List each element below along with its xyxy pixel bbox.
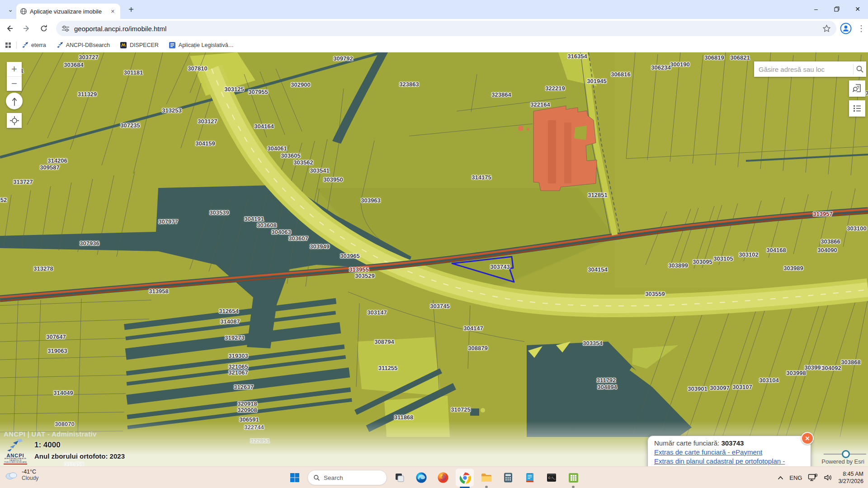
- popup-close-button[interactable]: ✕: [801, 432, 814, 445]
- tab-search-chevron-icon[interactable]: ⌄: [5, 4, 16, 16]
- parcel-label: 322164: [530, 101, 550, 108]
- parcel-label: 303125: [224, 86, 244, 93]
- bookmark-eterra[interactable]: eterra: [21, 42, 46, 49]
- file-explorer-app-icon[interactable]: [477, 469, 495, 487]
- system-tray: ENG 8:45 AM 3/27/2026: [778, 467, 863, 488]
- map-search-button[interactable]: [854, 61, 866, 77]
- site-info-icon[interactable]: [61, 25, 70, 32]
- tab-close-icon[interactable]: ✕: [109, 9, 117, 14]
- window-restore-button[interactable]: [826, 0, 847, 18]
- apps-grid-icon[interactable]: [5, 42, 12, 49]
- identify-parcel-button[interactable]: [849, 80, 865, 97]
- parcel-label: 303868: [841, 359, 860, 366]
- search-icon: [856, 65, 864, 73]
- firefox-app-icon[interactable]: [434, 469, 452, 487]
- start-button[interactable]: [286, 469, 304, 487]
- parcel-label: 303104: [759, 377, 778, 384]
- parcel-label: 301945: [587, 78, 606, 84]
- map-scale: 1: 4000: [34, 441, 125, 450]
- parcel-label: 303743: [490, 263, 509, 270]
- reload-button[interactable]: [36, 21, 52, 36]
- parcel-label: 303949: [310, 243, 329, 250]
- forward-button[interactable]: [19, 21, 34, 36]
- tray-chevron-icon[interactable]: [778, 476, 783, 480]
- map-viewport[interactable]: 3097923163543068193068213037273036843078…: [0, 52, 868, 466]
- popup-title: Număr carte funciară: 303743: [654, 439, 804, 447]
- new-tab-button[interactable]: +: [125, 4, 137, 16]
- parcel-label: 303608: [257, 222, 276, 229]
- bookmark-label[interactable]: Aplicație Legislativă…: [179, 42, 234, 48]
- more-menu-icon[interactable]: ⋮: [857, 23, 865, 33]
- edge-app-icon[interactable]: [412, 469, 430, 487]
- parcel-label: 316354: [567, 53, 587, 60]
- cloud-icon: [5, 470, 18, 480]
- tray-date: 3/27/2026: [838, 478, 863, 485]
- dispecer-icon: [120, 42, 127, 49]
- ancpi-logo-subtext: AGENȚIA NAȚIONALĂ DE CADASTRU ȘI PUBLICI…: [4, 458, 27, 463]
- volume-icon[interactable]: [824, 474, 832, 481]
- terminal-app-icon[interactable]: C:\_: [542, 469, 561, 487]
- zoom-out-button[interactable]: −: [7, 76, 22, 91]
- window-minimize-button[interactable]: –: [806, 0, 826, 18]
- parcel-label: 307647: [46, 333, 66, 340]
- parcel-label: 308794: [374, 338, 394, 345]
- folder-icon: [481, 472, 492, 483]
- crosshair-icon: [10, 116, 19, 125]
- zoom-in-button[interactable]: +: [7, 62, 22, 76]
- notepad-app-icon[interactable]: [521, 469, 539, 487]
- bookmarks-divider: [16, 42, 17, 49]
- bookmark-label[interactable]: eterra: [31, 42, 46, 48]
- map-search-input[interactable]: [754, 66, 853, 73]
- task-view-button[interactable]: [391, 469, 409, 487]
- language-indicator[interactable]: ENG: [789, 474, 802, 481]
- bookmark-aplicatie-legislativa[interactable]: Aplicație Legislativă…: [169, 42, 234, 49]
- parcel-label-layer: 3097923163543068193068213037273036843078…: [0, 52, 868, 466]
- bookmark-dispecer[interactable]: DISPECER: [120, 42, 159, 49]
- parcel-label: 304168: [766, 247, 786, 253]
- notepad-icon: [524, 472, 535, 483]
- globe-favicon-icon: [20, 8, 27, 15]
- url-text[interactable]: geoportal.ancpi.ro/imobile.html: [74, 25, 822, 33]
- zoom-slider[interactable]: [824, 454, 866, 455]
- parcel-label: 319273: [225, 334, 244, 341]
- network-icon[interactable]: [808, 474, 818, 482]
- chrome-app-icon[interactable]: [456, 469, 474, 487]
- bookmark-ancpi-dbsearch[interactable]: ANCPI-DBsearch: [56, 42, 110, 49]
- taskbar-search[interactable]: Search: [307, 470, 387, 485]
- zoom-slider-handle[interactable]: [842, 450, 850, 458]
- calculator-app-icon[interactable]: [499, 469, 517, 487]
- compass-button[interactable]: [6, 93, 23, 109]
- extras-plan-cadastral-link[interactable]: Extras din planul cadastral pe ortofotop…: [654, 457, 804, 466]
- parcel-label: 307977: [158, 218, 178, 225]
- bookmark-label[interactable]: DISPECER: [130, 42, 159, 48]
- libreoffice-calc-app-icon[interactable]: [564, 469, 582, 487]
- zoom-control: + −: [7, 62, 22, 91]
- ortho-year: Anul zborului ortofoto: 2023: [34, 452, 125, 460]
- profile-avatar-icon[interactable]: [840, 23, 852, 34]
- taskbar-search-label: Search: [324, 474, 343, 481]
- window-close-button[interactable]: ✕: [847, 0, 868, 18]
- parcel-label: 313955: [349, 266, 368, 273]
- browser-tab[interactable]: Aplicație vizualizare imobile ✕: [16, 4, 120, 19]
- windows-taskbar: -41°C Cloudy Search: [0, 466, 868, 488]
- calculator-icon: [503, 472, 514, 483]
- weather-desc: Cloudy: [22, 475, 38, 481]
- taskbar-weather-widget[interactable]: -41°C Cloudy: [5, 469, 38, 481]
- parcel-label: 303605: [281, 152, 300, 159]
- parcel-label: 303541: [310, 167, 329, 174]
- bookmark-label[interactable]: ANCPI-DBsearch: [66, 42, 110, 48]
- taskbar-clock[interactable]: 8:45 AM 3/27/2026: [838, 470, 863, 485]
- extras-carte-funciara-link[interactable]: Extras de carte funciară - ePayment: [654, 448, 804, 456]
- back-button[interactable]: [2, 21, 17, 36]
- locate-button[interactable]: [7, 113, 22, 128]
- parcel-label: 311792: [597, 377, 616, 384]
- powered-by-esri: Powered by Esri: [821, 458, 864, 465]
- ancpi-logo: ANCPI AGENȚIA NAȚIONALĂ DE CADASTRU ȘI P…: [4, 439, 27, 465]
- parcel-label: 304063: [271, 229, 291, 235]
- layer-list-button[interactable]: [849, 100, 865, 117]
- parcel-label: 307955: [248, 89, 268, 95]
- parcel-label: 307810: [188, 65, 207, 72]
- url-bar[interactable]: geoportal.ancpi.ro/imobile.html: [56, 21, 836, 36]
- ancpi-logo-icon: [6, 439, 24, 451]
- bookmark-star-icon[interactable]: [822, 24, 831, 33]
